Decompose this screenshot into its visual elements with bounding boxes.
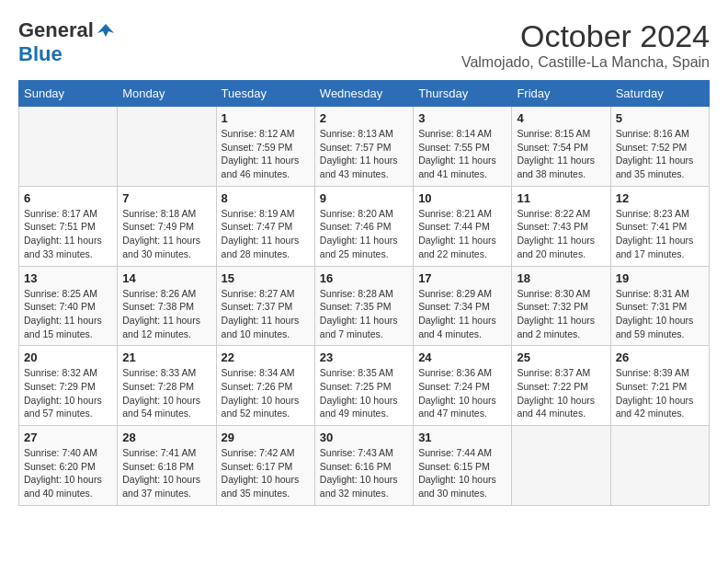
day-info: Sunrise: 8:26 AMSunset: 7:38 PMDaylight:… — [122, 287, 210, 341]
day-info: Sunrise: 8:22 AMSunset: 7:43 PMDaylight:… — [517, 207, 605, 261]
day-cell: 19Sunrise: 8:31 AMSunset: 7:31 PMDayligh… — [610, 266, 709, 346]
day-number: 12 — [616, 191, 704, 205]
day-number: 17 — [418, 271, 506, 285]
day-number: 21 — [122, 350, 210, 364]
day-info: Sunrise: 8:33 AMSunset: 7:28 PMDaylight:… — [122, 366, 210, 420]
day-info: Sunrise: 8:23 AMSunset: 7:41 PMDaylight:… — [616, 207, 704, 261]
week-row-3: 13Sunrise: 8:25 AMSunset: 7:40 PMDayligh… — [19, 266, 710, 346]
day-number: 27 — [24, 431, 112, 444]
svg-marker-0 — [97, 24, 114, 37]
day-cell: 1Sunrise: 8:12 AMSunset: 7:59 PMDaylight… — [216, 107, 314, 187]
day-info: Sunrise: 8:35 AMSunset: 7:25 PMDaylight:… — [320, 366, 408, 420]
day-cell: 16Sunrise: 8:28 AMSunset: 7:35 PMDayligh… — [314, 266, 413, 346]
day-cell: 9Sunrise: 8:20 AMSunset: 7:46 PMDaylight… — [314, 186, 413, 266]
logo-bird-icon — [96, 20, 116, 40]
day-cell: 11Sunrise: 8:22 AMSunset: 7:43 PMDayligh… — [512, 186, 610, 266]
day-cell: 29Sunrise: 7:42 AMSunset: 6:17 PMDayligh… — [216, 426, 314, 506]
day-number: 9 — [320, 191, 408, 205]
day-number: 11 — [517, 191, 605, 205]
weekday-header-thursday: Thursday — [414, 81, 512, 107]
day-info: Sunrise: 8:20 AMSunset: 7:46 PMDaylight:… — [320, 207, 408, 261]
day-info: Sunrise: 8:29 AMSunset: 7:34 PMDaylight:… — [418, 287, 506, 341]
day-number: 1 — [222, 111, 310, 125]
day-number: 14 — [122, 271, 210, 285]
day-cell: 2Sunrise: 8:13 AMSunset: 7:57 PMDaylight… — [314, 107, 413, 187]
day-cell — [512, 426, 610, 506]
day-number: 4 — [517, 111, 605, 125]
day-info: Sunrise: 8:30 AMSunset: 7:32 PMDaylight:… — [517, 287, 605, 341]
day-info: Sunrise: 7:43 AMSunset: 6:16 PMDaylight:… — [320, 446, 408, 500]
day-number: 20 — [24, 350, 112, 364]
calendar-table: SundayMondayTuesdayWednesdayThursdayFrid… — [18, 80, 710, 506]
day-info: Sunrise: 8:27 AMSunset: 7:37 PMDaylight:… — [222, 287, 310, 341]
day-number: 29 — [222, 431, 310, 444]
day-number: 30 — [320, 431, 408, 444]
day-number: 22 — [222, 350, 310, 364]
day-cell — [610, 426, 709, 506]
day-cell: 4Sunrise: 8:15 AMSunset: 7:54 PMDaylight… — [512, 107, 610, 187]
day-number: 7 — [122, 191, 210, 205]
title-area: October 2024 Valmojado, Castille-La Manc… — [461, 18, 710, 71]
day-cell: 25Sunrise: 8:37 AMSunset: 7:22 PMDayligh… — [512, 346, 610, 426]
day-info: Sunrise: 8:17 AMSunset: 7:51 PMDaylight:… — [24, 207, 112, 261]
week-row-2: 6Sunrise: 8:17 AMSunset: 7:51 PMDaylight… — [19, 186, 710, 266]
day-info: Sunrise: 8:39 AMSunset: 7:21 PMDaylight:… — [616, 366, 704, 420]
day-number: 24 — [418, 350, 506, 364]
day-info: Sunrise: 7:41 AMSunset: 6:18 PMDaylight:… — [122, 446, 210, 500]
day-info: Sunrise: 8:34 AMSunset: 7:26 PMDaylight:… — [222, 366, 310, 420]
week-row-4: 20Sunrise: 8:32 AMSunset: 7:29 PMDayligh… — [19, 346, 710, 426]
day-info: Sunrise: 8:25 AMSunset: 7:40 PMDaylight:… — [24, 287, 112, 341]
day-info: Sunrise: 8:21 AMSunset: 7:44 PMDaylight:… — [418, 207, 506, 261]
day-cell: 14Sunrise: 8:26 AMSunset: 7:38 PMDayligh… — [118, 266, 216, 346]
day-number: 3 — [418, 111, 506, 125]
day-cell — [118, 107, 216, 187]
day-cell: 27Sunrise: 7:40 AMSunset: 6:20 PMDayligh… — [19, 426, 118, 506]
day-info: Sunrise: 8:32 AMSunset: 7:29 PMDaylight:… — [24, 366, 112, 420]
week-row-5: 27Sunrise: 7:40 AMSunset: 6:20 PMDayligh… — [19, 426, 710, 506]
day-number: 26 — [616, 350, 704, 364]
day-cell: 3Sunrise: 8:14 AMSunset: 7:55 PMDaylight… — [414, 107, 512, 187]
day-info: Sunrise: 8:13 AMSunset: 7:57 PMDaylight:… — [320, 127, 408, 181]
day-cell: 15Sunrise: 8:27 AMSunset: 7:37 PMDayligh… — [216, 266, 314, 346]
day-cell: 5Sunrise: 8:16 AMSunset: 7:52 PMDaylight… — [610, 107, 709, 187]
day-info: Sunrise: 8:36 AMSunset: 7:24 PMDaylight:… — [418, 366, 506, 420]
day-cell: 20Sunrise: 8:32 AMSunset: 7:29 PMDayligh… — [19, 346, 118, 426]
day-cell: 28Sunrise: 7:41 AMSunset: 6:18 PMDayligh… — [118, 426, 216, 506]
day-number: 16 — [320, 271, 408, 285]
day-cell: 10Sunrise: 8:21 AMSunset: 7:44 PMDayligh… — [414, 186, 512, 266]
day-number: 19 — [616, 271, 704, 285]
day-info: Sunrise: 8:12 AMSunset: 7:59 PMDaylight:… — [222, 127, 310, 181]
day-info: Sunrise: 8:15 AMSunset: 7:54 PMDaylight:… — [517, 127, 605, 181]
day-cell: 8Sunrise: 8:19 AMSunset: 7:47 PMDaylight… — [216, 186, 314, 266]
location-title: Valmojado, Castille-La Mancha, Spain — [461, 54, 710, 71]
day-info: Sunrise: 8:31 AMSunset: 7:31 PMDaylight:… — [616, 287, 704, 341]
weekday-header-saturday: Saturday — [610, 81, 709, 107]
day-info: Sunrise: 7:44 AMSunset: 6:15 PMDaylight:… — [418, 446, 506, 500]
day-cell: 6Sunrise: 8:17 AMSunset: 7:51 PMDaylight… — [19, 186, 118, 266]
day-cell: 24Sunrise: 8:36 AMSunset: 7:24 PMDayligh… — [414, 346, 512, 426]
day-info: Sunrise: 8:19 AMSunset: 7:47 PMDaylight:… — [222, 207, 310, 261]
calendar-header: SundayMondayTuesdayWednesdayThursdayFrid… — [19, 81, 710, 107]
day-info: Sunrise: 8:37 AMSunset: 7:22 PMDaylight:… — [517, 366, 605, 420]
day-number: 18 — [517, 271, 605, 285]
day-cell: 31Sunrise: 7:44 AMSunset: 6:15 PMDayligh… — [414, 426, 512, 506]
day-cell: 30Sunrise: 7:43 AMSunset: 6:16 PMDayligh… — [314, 426, 413, 506]
day-info: Sunrise: 7:42 AMSunset: 6:17 PMDaylight:… — [222, 446, 310, 500]
day-cell: 23Sunrise: 8:35 AMSunset: 7:25 PMDayligh… — [314, 346, 413, 426]
day-number: 25 — [517, 350, 605, 364]
day-info: Sunrise: 8:28 AMSunset: 7:35 PMDaylight:… — [320, 287, 408, 341]
day-number: 5 — [616, 111, 704, 125]
logo-general-text: General — [18, 18, 94, 42]
weekday-header-friday: Friday — [512, 81, 610, 107]
day-number: 15 — [222, 271, 310, 285]
day-number: 6 — [24, 191, 112, 205]
weekday-row: SundayMondayTuesdayWednesdayThursdayFrid… — [19, 81, 710, 107]
day-info: Sunrise: 7:40 AMSunset: 6:20 PMDaylight:… — [24, 446, 112, 500]
day-info: Sunrise: 8:16 AMSunset: 7:52 PMDaylight:… — [616, 127, 704, 181]
week-row-1: 1Sunrise: 8:12 AMSunset: 7:59 PMDaylight… — [19, 107, 710, 187]
day-cell: 21Sunrise: 8:33 AMSunset: 7:28 PMDayligh… — [118, 346, 216, 426]
day-number: 28 — [122, 431, 210, 444]
day-cell: 26Sunrise: 8:39 AMSunset: 7:21 PMDayligh… — [610, 346, 709, 426]
weekday-header-sunday: Sunday — [19, 81, 118, 107]
calendar-body: 1Sunrise: 8:12 AMSunset: 7:59 PMDaylight… — [19, 107, 710, 506]
